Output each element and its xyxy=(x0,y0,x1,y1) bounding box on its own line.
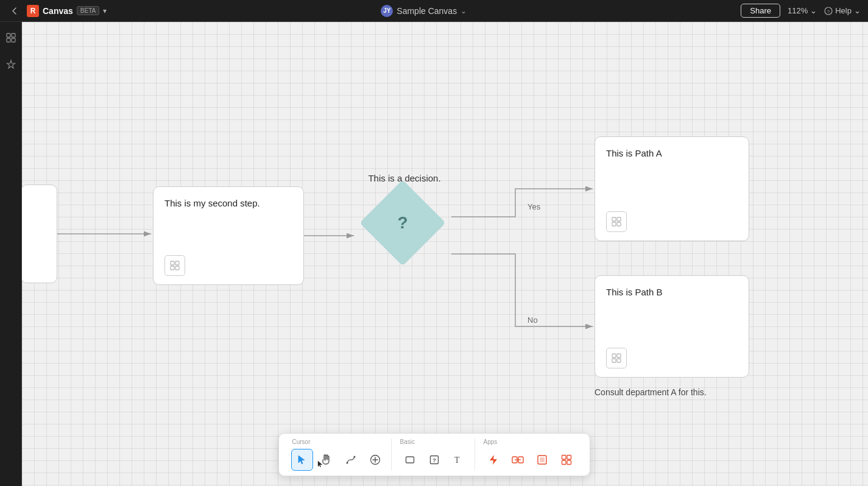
svg-point-22 xyxy=(353,456,355,458)
svg-text:T: T xyxy=(454,456,460,465)
help-arrow: ⌄ xyxy=(854,6,861,15)
svg-rect-4 xyxy=(7,38,10,42)
svg-rect-34 xyxy=(540,457,545,462)
svg-rect-19 xyxy=(612,359,616,362)
path-b-note: Consult department A for this. xyxy=(595,387,707,397)
path-tool-icon[interactable] xyxy=(340,449,362,471)
toolbar-cursor-section: Cursor xyxy=(286,438,392,471)
split-app-icon[interactable] xyxy=(507,449,529,471)
text-tool-icon[interactable]: T xyxy=(448,449,470,471)
sidebar xyxy=(0,22,22,486)
svg-rect-13 xyxy=(612,217,616,221)
bottom-toolbar: Cursor xyxy=(278,433,590,476)
canvas-title: Sample Canvas xyxy=(397,6,457,16)
svg-rect-11 xyxy=(171,266,174,270)
node-step2-title: This is my second step. xyxy=(153,187,303,214)
svg-rect-2 xyxy=(7,33,10,37)
node-path-b-grid-icon[interactable] xyxy=(606,348,627,368)
svg-rect-3 xyxy=(12,33,15,37)
node-partial xyxy=(22,185,57,283)
hand-tool-icon[interactable] xyxy=(316,449,337,471)
cursor-icons xyxy=(291,449,386,471)
app-logo: R Canvas BETA ▾ xyxy=(27,5,107,17)
svg-rect-37 xyxy=(562,460,566,465)
user-avatar: JY xyxy=(381,5,393,17)
sidebar-pages-icon[interactable] xyxy=(2,29,19,46)
no-label: No xyxy=(528,315,538,325)
square-app-icon[interactable] xyxy=(531,449,553,471)
basic-icons: ? T xyxy=(399,449,470,471)
svg-text:?: ? xyxy=(432,457,436,463)
apps-icons xyxy=(482,449,577,471)
app-name: Canvas xyxy=(43,6,73,16)
svg-text:?: ? xyxy=(827,9,830,15)
node-step2-icon-area xyxy=(153,250,303,284)
rectangle-tool-icon[interactable] xyxy=(399,449,421,471)
svg-rect-10 xyxy=(175,261,179,265)
app-dropdown-arrow[interactable]: ▾ xyxy=(103,7,107,15)
svg-rect-5 xyxy=(12,38,15,42)
logo-icon: R xyxy=(27,5,39,17)
svg-rect-38 xyxy=(567,460,571,465)
svg-rect-36 xyxy=(567,456,571,460)
basic-section-label: Basic xyxy=(399,438,415,445)
question-tool-icon[interactable]: ? xyxy=(423,449,445,471)
topbar: R Canvas BETA ▾ JY Sample Canvas ⌄ Share… xyxy=(0,0,868,22)
zoom-arrow: ⌄ xyxy=(810,6,817,15)
svg-rect-14 xyxy=(617,217,621,221)
svg-point-21 xyxy=(346,462,348,464)
canvas-dropdown-arrow[interactable]: ⌄ xyxy=(460,7,467,15)
lightning-app-icon[interactable] xyxy=(482,449,504,471)
svg-rect-9 xyxy=(171,261,174,265)
help-button[interactable]: ? Help ⌄ xyxy=(824,6,861,15)
node-path-b-title: This is Path B xyxy=(595,276,749,303)
node-path-a[interactable]: This is Path A xyxy=(595,136,749,241)
diamond-question: ? xyxy=(397,213,408,233)
node-path-b-icon-area xyxy=(595,343,749,377)
svg-rect-17 xyxy=(612,354,616,357)
zoom-control[interactable]: 112% ⌄ xyxy=(788,6,817,15)
grid-app-icon[interactable] xyxy=(556,449,577,471)
beta-badge: BETA xyxy=(77,6,99,15)
apps-section-label: Apps xyxy=(482,438,498,445)
topbar-center[interactable]: JY Sample Canvas ⌄ xyxy=(381,5,467,17)
zoom-label: 112% xyxy=(788,6,808,15)
sidebar-ai-icon[interactable] xyxy=(2,56,19,73)
node-step2[interactable]: This is my second step. xyxy=(153,186,304,285)
svg-rect-12 xyxy=(175,266,179,270)
add-tool-icon[interactable] xyxy=(364,449,386,471)
toolbar-basic-section: Basic ? T xyxy=(394,438,475,471)
svg-rect-35 xyxy=(562,456,566,460)
share-button[interactable]: Share xyxy=(741,4,780,18)
node-path-a-grid-icon[interactable] xyxy=(606,211,627,232)
cursor-section-label: Cursor xyxy=(291,438,311,445)
topbar-left: R Canvas BETA ▾ xyxy=(7,4,107,18)
svg-rect-26 xyxy=(406,457,414,463)
svg-rect-20 xyxy=(617,359,621,362)
diamond-container[interactable]: ? xyxy=(354,174,451,272)
node-path-a-icon-area xyxy=(595,206,749,241)
svg-rect-15 xyxy=(612,222,616,226)
topbar-right: Share 112% ⌄ ? Help ⌄ xyxy=(741,4,861,18)
svg-rect-18 xyxy=(617,354,621,357)
node-path-a-title: This is Path A xyxy=(595,137,749,164)
cursor-tool-icon[interactable] xyxy=(291,449,313,471)
back-button[interactable] xyxy=(7,4,22,18)
toolbar-apps-section: Apps xyxy=(478,438,582,471)
yes-label: Yes xyxy=(528,202,540,211)
canvas[interactable]: This is my second step. This is a decisi… xyxy=(22,22,868,486)
help-label: Help xyxy=(835,6,852,15)
node-step2-grid-icon[interactable] xyxy=(164,255,185,276)
node-path-b[interactable]: This is Path B xyxy=(595,275,749,378)
svg-rect-16 xyxy=(617,222,621,226)
